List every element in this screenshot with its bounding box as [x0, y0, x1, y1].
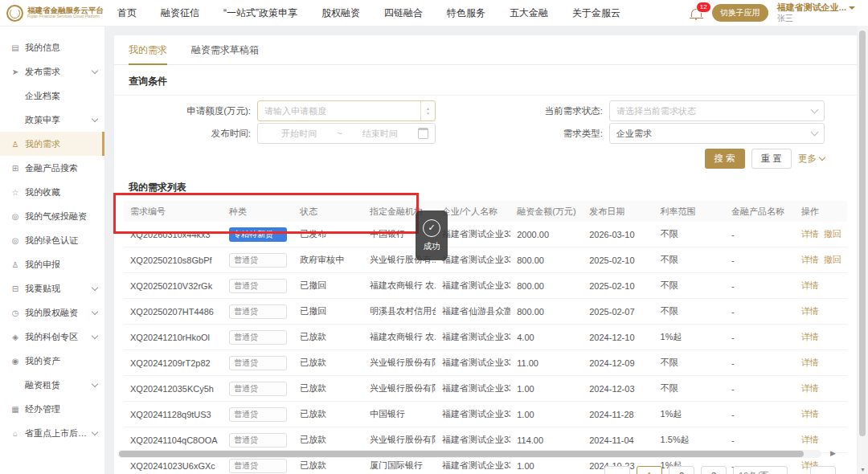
nav-item[interactable]: 关于金服云 — [572, 6, 620, 20]
sidebar-item[interactable]: ◉我的资产 — [0, 349, 104, 373]
user-menu[interactable]: 福建省测试企业... 张三 — [777, 2, 855, 23]
table-row[interactable]: XQ20241128q9tUS3普通贷已放款中国银行福建省测试企业33...1.… — [124, 402, 847, 427]
detail-link[interactable]: 详情 — [801, 332, 819, 341]
type-badge: 普通贷 — [229, 459, 287, 473]
type-badge: 普通贷 — [229, 330, 287, 345]
page-number-button[interactable]: 2 — [669, 466, 694, 474]
withdraw-link[interactable]: 撤回 — [824, 255, 841, 264]
status-label: 当前需求状态: — [447, 105, 609, 117]
tab[interactable]: 我的需求 — [129, 35, 167, 64]
status-select[interactable]: 请选择当前需求状态 — [609, 100, 825, 121]
detail-link[interactable]: 详情 — [801, 358, 819, 367]
sidebar-item[interactable]: ◷我的股权融资 — [0, 300, 104, 325]
demand-type-select[interactable]: 企业需求 — [609, 123, 825, 144]
cell-rate: 1%起 — [654, 331, 725, 343]
table-row[interactable]: XQ20260310x44kx3专精特新贷已发布中国银行福建省测试企业33...… — [124, 222, 847, 247]
notification-bell-icon[interactable]: 12 — [690, 6, 703, 20]
notification-badge: 12 — [696, 2, 711, 13]
detail-link[interactable]: 详情 — [801, 255, 819, 264]
profile-info-icon: ▤ — [10, 43, 20, 52]
sidebar-item[interactable]: ➤发布需求 — [0, 59, 104, 84]
sidebar-item[interactable]: ⊞金融产品搜索 — [0, 156, 104, 180]
nav-item[interactable]: 股权融资 — [321, 6, 360, 20]
table-row[interactable]: XQ20250210V32rGk普通贷已撤回福建农商银行 农...福建省测试企业… — [124, 273, 847, 299]
sidebar-item[interactable]: ◎我的绿色认证 — [0, 228, 104, 252]
sidebar-item-label: 企业档案 — [25, 90, 60, 102]
scroll-right-arrow-icon[interactable]: ▶ — [830, 449, 836, 457]
horizontal-scrollbar-thumb[interactable] — [119, 451, 804, 457]
filter-form: 申请额度(万元): 请输入申请额度 ▲▼ 当前需求状态: 请选择当前需求状态 — [129, 96, 842, 170]
sidebar-item[interactable]: ⌂省重点上市后备企... — [0, 421, 104, 445]
withdraw-link[interactable]: 撤回 — [824, 229, 841, 239]
chevron-down-icon — [92, 284, 98, 291]
vertical-scrollbar[interactable]: ▼ — [858, 26, 868, 474]
success-toast: ✓ 成功 — [416, 210, 448, 260]
sidebar-item[interactable]: ⊟我要贴现 — [0, 276, 104, 300]
cell-amount: 11.00 — [510, 358, 583, 368]
sidebar-item[interactable]: ☆我的收藏 — [0, 180, 104, 204]
horizontal-scrollbar[interactable]: ▶ — [117, 450, 821, 458]
sidebar-item[interactable]: ▦经办管理 — [0, 397, 104, 421]
logo-subtitle: Fujian Financial Services Cloud Platform — [27, 14, 104, 19]
table-row[interactable]: XQ20250207HT4486普通贷已撤回明溪县农村信用合...福建省仙游县众… — [124, 299, 847, 325]
detail-link[interactable]: 详情 — [801, 229, 819, 239]
sidebar-item[interactable]: ◎我的气候投融资 — [0, 204, 104, 228]
cell-rate: 1.5%起 — [654, 434, 725, 446]
chevron-down-icon — [92, 67, 98, 74]
detail-link[interactable]: 详情 — [801, 383, 819, 393]
page-next-button[interactable]: › — [810, 466, 836, 474]
cell-status: 已撤回 — [293, 280, 363, 292]
cell-bank: 厦门国际银行 — [363, 460, 436, 472]
switch-subapp-button[interactable]: 切换子应用 — [712, 4, 768, 22]
agent-management-icon: ▦ — [10, 405, 20, 414]
number-stepper[interactable]: ▲▼ — [420, 101, 435, 121]
amount-input[interactable]: 请输入申请额度 ▲▼ — [257, 100, 436, 121]
cell-bank: 福建农商银行 农... — [363, 331, 436, 343]
scroll-down-arrow-icon[interactable]: ▼ — [858, 467, 868, 472]
sidebar-item[interactable]: 政策申享 — [0, 108, 104, 132]
search-button[interactable]: 搜 索 — [705, 149, 745, 169]
nav-item[interactable]: 融资征信 — [161, 6, 199, 20]
table-row[interactable]: XQ20250210s8GbPf普通贷政府审核中兴业银行股份有...福建省测试企… — [124, 247, 847, 273]
page-prev-button[interactable]: ‹ — [604, 466, 630, 474]
chevron-down-icon — [92, 309, 98, 315]
sidebar-item[interactable]: 企业档案 — [0, 84, 104, 108]
nav-item[interactable]: 四链融合 — [384, 6, 423, 20]
cell-date: 2025-02-10 — [583, 255, 653, 265]
sidebar-item-label: 金融产品搜索 — [25, 162, 78, 174]
sidebar-item[interactable]: ♙我的需求 — [0, 132, 104, 156]
chevron-down-icon — [811, 129, 819, 137]
my-assets-icon: ◉ — [10, 357, 20, 366]
reset-button[interactable]: 重 置 — [751, 149, 792, 169]
cell-product: - — [725, 307, 795, 317]
sidebar-item[interactable]: ◈我的科创专区 — [0, 325, 104, 349]
detail-link[interactable]: 详情 — [801, 409, 819, 419]
nav-item[interactable]: “一站式”政策申享 — [223, 6, 297, 20]
table-row[interactable]: XQ20241209rT2p82普通贷已放款兴业银行股份有限...福建省测试企业… — [124, 350, 847, 376]
page-number-button[interactable]: 1 — [637, 466, 662, 474]
main-panel: 我的需求融资需求草稿箱 查询条件 申请额度(万元): 请输入申请额度 ▲▼ 当前… — [114, 35, 857, 474]
sidebar-item[interactable]: 融资租赁 — [0, 373, 104, 397]
sidebar-item[interactable]: ▤我的信息 — [0, 35, 104, 59]
nav-item[interactable]: 五大金融 — [510, 6, 548, 20]
publish-date-range-input[interactable]: 开始时间 ~ 结束时间 — [257, 123, 436, 144]
cell-product: - — [725, 410, 795, 419]
cell-date: 2024-12-09 — [583, 358, 653, 368]
vertical-scrollbar-thumb[interactable] — [859, 31, 866, 436]
page-number-button[interactable]: 3 — [701, 466, 727, 474]
cell-type: 普通贷 — [223, 304, 293, 319]
nav-item[interactable]: 特色服务 — [447, 6, 485, 20]
page-size-select[interactable]: 10条/页 — [733, 466, 788, 474]
table-row[interactable]: XQ202412035KCy5h普通贷已放款兴业银行股份有限...福建省测试企业… — [124, 376, 847, 402]
detail-link[interactable]: 详情 — [801, 435, 819, 444]
more-filters-link[interactable]: 更多 — [798, 153, 825, 165]
table-row[interactable]: XQ20241210rHkoOl普通贷已放款福建农商银行 农...福建省测试企业… — [124, 325, 847, 350]
nav-item[interactable]: 首页 — [117, 6, 137, 20]
type-badge: 普通贷 — [229, 433, 287, 447]
toast-text: 成功 — [424, 241, 440, 252]
detail-link[interactable]: 详情 — [801, 280, 819, 290]
filter-section-title: 查询条件 — [114, 72, 857, 96]
sidebar-item[interactable]: ♙我的申报 — [0, 252, 104, 276]
tab[interactable]: 融资需求草稿箱 — [191, 35, 259, 64]
detail-link[interactable]: 详情 — [801, 306, 819, 316]
